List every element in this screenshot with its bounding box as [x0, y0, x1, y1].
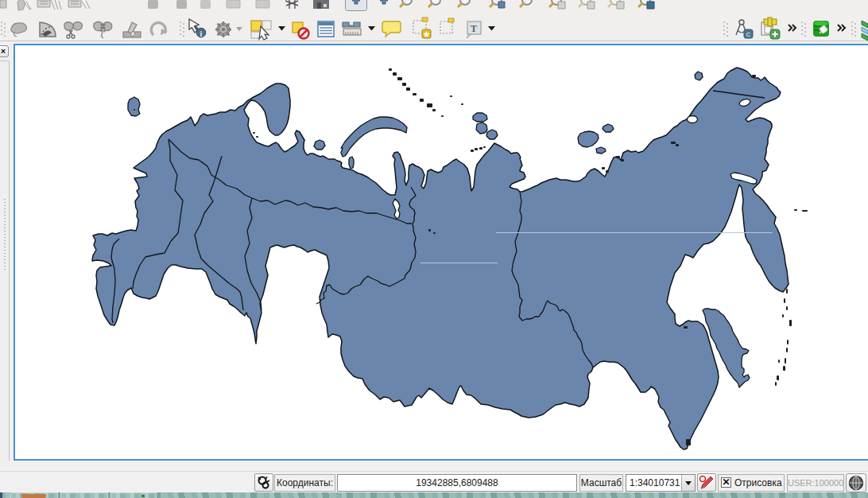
svg-text:C: C: [746, 31, 751, 38]
svg-text:i: i: [200, 29, 203, 38]
svg-text:T: T: [471, 23, 477, 34]
